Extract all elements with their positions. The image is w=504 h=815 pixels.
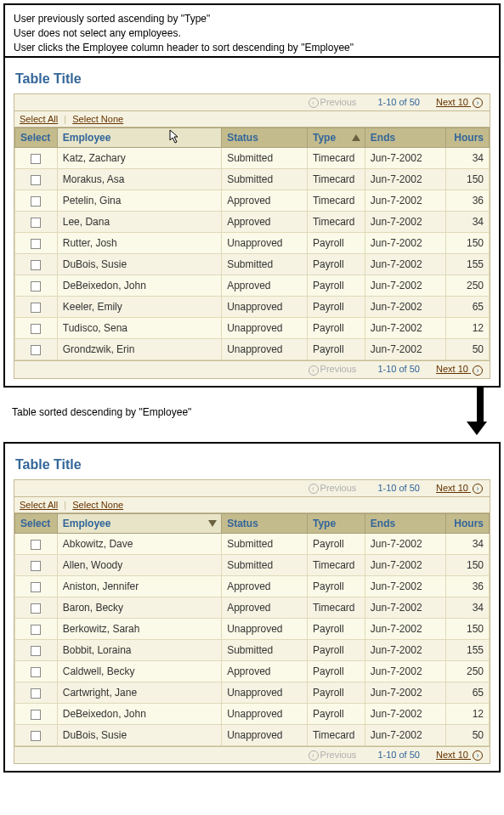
checkbox[interactable] bbox=[31, 196, 41, 207]
row-select-cell[interactable] bbox=[15, 190, 58, 212]
row-select-cell[interactable] bbox=[15, 254, 58, 275]
employee-cell: DeBeixedon, John bbox=[57, 275, 221, 297]
table-row: DeBeixedon, JohnUnapprovedPayrollJun-7-2… bbox=[15, 703, 490, 724]
select-none-link[interactable]: Select None bbox=[72, 114, 123, 124]
hours-cell: 250 bbox=[445, 660, 490, 682]
row-select-cell[interactable] bbox=[15, 297, 58, 318]
table-title: Table Title bbox=[15, 71, 490, 87]
row-select-cell[interactable] bbox=[15, 212, 58, 233]
hours-cell: 155 bbox=[445, 254, 490, 275]
checkbox[interactable] bbox=[31, 345, 41, 355]
pager-bottom: ‹Previous 1-10 of 50 Next 10 › bbox=[14, 360, 490, 377]
row-select-cell[interactable] bbox=[15, 639, 58, 660]
row-select-cell[interactable] bbox=[15, 339, 58, 360]
row-select-cell[interactable] bbox=[15, 275, 58, 297]
hours-cell: 150 bbox=[445, 233, 490, 254]
checkbox[interactable] bbox=[31, 260, 41, 270]
col-hours[interactable]: Hours bbox=[445, 128, 490, 148]
pager-next[interactable]: Next 10 › bbox=[436, 97, 484, 107]
type-cell: Payroll bbox=[307, 682, 365, 703]
ends-cell: Jun-7-2002 bbox=[365, 618, 445, 639]
col-employee[interactable]: Employee bbox=[57, 128, 221, 148]
employee-cell: Berkowitz, Sarah bbox=[57, 618, 221, 639]
table-row: Tudisco, SenaUnapprovedPayrollJun-7-2002… bbox=[15, 318, 490, 339]
col-select[interactable]: Select bbox=[15, 128, 58, 148]
row-select-cell[interactable] bbox=[15, 533, 58, 554]
select-all-link[interactable]: Select All bbox=[20, 114, 58, 124]
row-select-cell[interactable] bbox=[15, 554, 58, 575]
checkbox[interactable] bbox=[31, 625, 41, 635]
status-cell: Submitted bbox=[222, 169, 308, 190]
checkbox[interactable] bbox=[31, 324, 41, 334]
sort-descending-icon bbox=[208, 520, 217, 527]
pager-next[interactable]: Next 10 › bbox=[436, 483, 484, 493]
separator: | bbox=[64, 114, 66, 124]
pager-next[interactable]: Next 10 › bbox=[436, 364, 484, 374]
checkbox[interactable] bbox=[31, 731, 41, 741]
row-select-cell[interactable] bbox=[15, 318, 58, 339]
ends-cell: Jun-7-2002 bbox=[365, 148, 445, 169]
status-cell: Unapproved bbox=[222, 724, 308, 745]
employee-cell: DuBois, Susie bbox=[57, 254, 221, 275]
row-select-cell[interactable] bbox=[15, 169, 58, 190]
row-select-cell[interactable] bbox=[15, 575, 58, 597]
select-toolbar: Select All | Select None bbox=[14, 111, 490, 127]
checkbox[interactable] bbox=[31, 582, 41, 592]
checkbox[interactable] bbox=[31, 561, 41, 571]
col-status[interactable]: Status bbox=[222, 128, 308, 148]
col-ends[interactable]: Ends bbox=[365, 128, 445, 148]
checkbox[interactable] bbox=[31, 239, 41, 249]
checkbox[interactable] bbox=[31, 667, 41, 677]
select-none-link[interactable]: Select None bbox=[72, 500, 123, 510]
row-select-cell[interactable] bbox=[15, 660, 58, 682]
checkbox[interactable] bbox=[31, 154, 41, 164]
ends-cell: Jun-7-2002 bbox=[365, 639, 445, 660]
table-box: ‹Previous 1-10 of 50 Next 10 › Select Al… bbox=[14, 93, 490, 378]
employee-cell: Katz, Zachary bbox=[57, 148, 221, 169]
checkbox[interactable] bbox=[31, 603, 41, 614]
checkbox[interactable] bbox=[31, 303, 41, 313]
checkbox[interactable] bbox=[31, 281, 41, 291]
type-cell: Payroll bbox=[307, 660, 365, 682]
checkbox[interactable] bbox=[31, 540, 41, 550]
type-cell: Timecard bbox=[307, 724, 365, 745]
row-select-cell[interactable] bbox=[15, 148, 58, 169]
employee-cell: Rutter, Josh bbox=[57, 233, 221, 254]
chevron-left-icon: ‹ bbox=[309, 484, 319, 494]
type-cell: Payroll bbox=[307, 297, 365, 318]
col-ends[interactable]: Ends bbox=[365, 513, 445, 533]
chevron-left-icon: ‹ bbox=[309, 98, 319, 108]
down-arrow-icon bbox=[473, 386, 487, 435]
pager-next[interactable]: Next 10 › bbox=[436, 750, 484, 760]
checkbox[interactable] bbox=[31, 175, 41, 185]
row-select-cell[interactable] bbox=[15, 724, 58, 745]
table-header-row: Select Employee Status Type Ends Hours bbox=[15, 513, 490, 533]
ends-cell: Jun-7-2002 bbox=[365, 533, 445, 554]
employee-cell: Cartwright, Jane bbox=[57, 682, 221, 703]
col-status[interactable]: Status bbox=[222, 513, 308, 533]
status-cell: Unapproved bbox=[222, 682, 308, 703]
col-select[interactable]: Select bbox=[15, 513, 58, 533]
row-select-cell[interactable] bbox=[15, 682, 58, 703]
row-select-cell[interactable] bbox=[15, 597, 58, 618]
checkbox[interactable] bbox=[31, 218, 41, 228]
ends-cell: Jun-7-2002 bbox=[365, 275, 445, 297]
col-type[interactable]: Type bbox=[307, 513, 365, 533]
checkbox[interactable] bbox=[31, 710, 41, 720]
select-all-link[interactable]: Select All bbox=[20, 500, 58, 510]
col-employee[interactable]: Employee bbox=[57, 513, 221, 533]
row-select-cell[interactable] bbox=[15, 233, 58, 254]
row-select-cell[interactable] bbox=[15, 703, 58, 724]
checkbox[interactable] bbox=[31, 688, 41, 699]
table-row: Petelin, GinaApprovedTimecardJun-7-20023… bbox=[15, 190, 490, 212]
checkbox[interactable] bbox=[31, 646, 41, 656]
annotation-line: User previously sorted ascending by "Typ… bbox=[14, 12, 490, 26]
col-type[interactable]: Type bbox=[307, 128, 365, 148]
table-row: Bobbit, LorainaSubmittedPayrollJun-7-200… bbox=[15, 639, 490, 660]
hours-cell: 34 bbox=[445, 148, 490, 169]
type-cell: Payroll bbox=[307, 339, 365, 360]
status-cell: Submitted bbox=[222, 254, 308, 275]
table-row: Katz, ZacharySubmittedTimecardJun-7-2002… bbox=[15, 148, 490, 169]
col-hours[interactable]: Hours bbox=[445, 513, 490, 533]
row-select-cell[interactable] bbox=[15, 618, 58, 639]
